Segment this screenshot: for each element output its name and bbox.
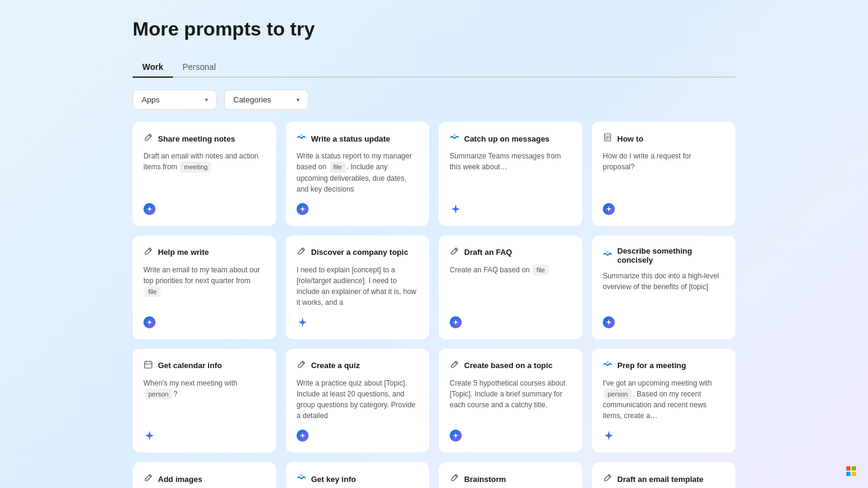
card-footer — [603, 203, 725, 215]
card-header: Get calendar info — [143, 360, 265, 372]
card-title: Get calendar info — [158, 361, 222, 370]
card-type-icon — [143, 473, 153, 485]
card-header: Describe something concisely — [603, 246, 725, 264]
card-title: Prep for a meeting — [617, 361, 686, 370]
categories-filter-chevron: ▾ — [297, 96, 300, 103]
card-brainstorm[interactable]: Brainstorm Suggest 10 compelling tagline… — [439, 462, 582, 488]
copilot-footer-icon — [143, 203, 156, 215]
card-type-icon — [603, 249, 612, 261]
card-type-icon — [603, 360, 612, 372]
card-tag: person — [604, 389, 632, 400]
card-header: Draft an email template — [603, 473, 725, 485]
card-title: Add images — [158, 475, 203, 484]
card-type-icon — [143, 360, 153, 372]
card-title: Create a quiz — [311, 361, 360, 370]
card-type-icon — [297, 246, 306, 258]
copilot-footer-icon — [450, 203, 462, 215]
card-type-icon — [450, 133, 459, 145]
categories-filter[interactable]: Categories ▾ — [224, 90, 309, 110]
copilot-footer-icon — [143, 316, 156, 328]
copilot-footer-icon — [297, 203, 309, 215]
card-tag: meeting — [180, 161, 211, 173]
copilot-footer-icon — [450, 430, 462, 442]
card-title: Describe something concisely — [617, 246, 725, 264]
card-get-calendar-info[interactable]: Get calendar info When's my next meeting… — [133, 349, 276, 453]
card-write-status-update[interactable]: Write a status update Write a status rep… — [286, 122, 429, 226]
card-header: Draft an FAQ — [450, 246, 571, 258]
card-title: Draft an FAQ — [464, 248, 512, 257]
card-body: Write a status report to my manager base… — [297, 151, 418, 195]
card-footer — [603, 316, 725, 328]
card-footer — [450, 203, 571, 215]
card-type-icon — [603, 473, 612, 485]
card-type-icon — [297, 473, 306, 485]
card-catch-up-messages[interactable]: Catch up on messages Summarize Teams mes… — [439, 122, 582, 226]
card-body: Summarize Teams messages from this week … — [450, 151, 571, 195]
card-type-icon — [297, 133, 306, 145]
card-header: Write a status update — [297, 133, 418, 145]
card-header: How to — [603, 133, 725, 145]
card-header: Prep for a meeting — [603, 360, 725, 372]
copilot-footer-icon — [297, 430, 309, 442]
apps-filter[interactable]: Apps ▾ — [133, 90, 217, 110]
card-draft-email-template[interactable]: Draft an email template Draft a personal… — [592, 462, 735, 488]
card-tag: file — [330, 161, 345, 173]
card-type-icon — [603, 133, 612, 145]
card-header: Add images — [143, 473, 265, 485]
card-get-key-info[interactable]: Get key info List key points from file — [286, 462, 429, 488]
card-header: Help me write — [143, 246, 265, 258]
cards-grid: Share meeting notes Draft an email with … — [133, 122, 735, 488]
card-title: Brainstorm — [464, 475, 506, 484]
tab-work[interactable]: Work — [133, 57, 173, 78]
card-header: Discover a company topic — [297, 246, 418, 258]
card-title: How to — [617, 134, 643, 143]
card-footer — [297, 316, 418, 328]
card-header: Create a quiz — [297, 360, 418, 372]
card-add-images[interactable]: Add images Add a relevant image to this — [133, 462, 276, 488]
card-title: Get key info — [311, 475, 356, 484]
card-title: Write a status update — [311, 134, 390, 143]
card-header: Get key info — [297, 473, 418, 485]
card-title: Catch up on messages — [464, 134, 550, 143]
card-body: Create an FAQ based on file — [450, 264, 571, 308]
card-header: Create based on a topic — [450, 360, 571, 372]
card-prep-for-meeting[interactable]: Prep for a meeting I've got an upcoming … — [592, 349, 735, 453]
copilot-footer-icon — [603, 430, 615, 442]
copilot-footer-icon — [297, 316, 309, 328]
card-draft-faq[interactable]: Draft an FAQ Create an FAQ based on file — [439, 236, 582, 339]
microsoft-logo — [846, 466, 856, 476]
card-header: Brainstorm — [450, 473, 571, 485]
tab-personal[interactable]: Personal — [173, 57, 225, 78]
card-footer — [450, 316, 571, 328]
card-body: Draft an email with notes and action ite… — [143, 151, 265, 195]
card-header: Catch up on messages — [450, 133, 571, 145]
card-create-quiz[interactable]: Create a quiz Write a practice quiz abou… — [286, 349, 429, 453]
card-type-icon — [143, 246, 153, 258]
card-body: Write a practice quiz about [Topic]. Inc… — [297, 378, 418, 422]
svg-rect-1 — [145, 361, 152, 368]
card-footer — [450, 430, 571, 442]
card-title: Create based on a topic — [464, 361, 553, 370]
tabs-container: Work Personal — [133, 57, 735, 78]
apps-filter-label: Apps — [142, 95, 160, 104]
card-title: Help me write — [158, 248, 209, 257]
card-type-icon — [450, 473, 459, 485]
card-body: I've got an upcoming meeting with person… — [603, 378, 725, 422]
card-body: Write an email to my team about our top … — [143, 264, 265, 308]
card-create-based-on-topic[interactable]: Create based on a topic Create 5 hypothe… — [439, 349, 582, 453]
card-body: Summarize this doc into a high-level ove… — [603, 271, 725, 308]
card-describe-something[interactable]: Describe something concisely Summarize t… — [592, 236, 735, 339]
card-share-meeting-notes[interactable]: Share meeting notes Draft an email with … — [133, 122, 276, 226]
card-help-me-write[interactable]: Help me write Write an email to my team … — [133, 236, 276, 339]
page-title: More prompts to try — [133, 18, 735, 40]
card-footer — [143, 430, 265, 442]
card-body: I need to explain [concept] to a [role/t… — [297, 264, 418, 308]
card-discover-company-topic[interactable]: Discover a company topic I need to expla… — [286, 236, 429, 339]
card-body: When's my next meeting with person? — [143, 378, 265, 422]
card-type-icon — [297, 360, 306, 372]
card-how-to[interactable]: How to How do I write a request for prop… — [592, 122, 735, 226]
copilot-footer-icon — [603, 316, 615, 328]
card-footer — [603, 430, 725, 442]
card-tag: person — [145, 389, 172, 400]
card-footer — [297, 430, 418, 442]
